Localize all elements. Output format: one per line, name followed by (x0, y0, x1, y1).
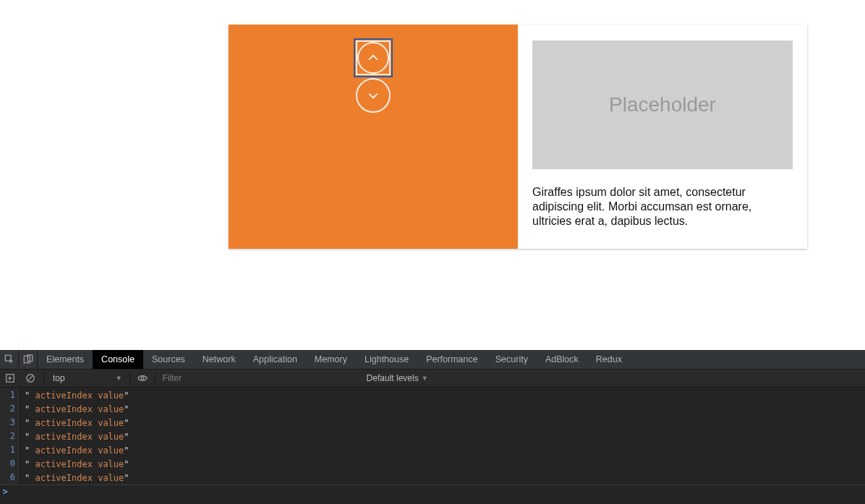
devtools-tab-console[interactable]: Console (93, 350, 143, 369)
log-line-message: " activeIndex value" (20, 445, 129, 456)
devtools-tab-network[interactable]: Network (194, 350, 244, 369)
placeholder-image-label: Placeholder (609, 93, 716, 116)
log-line-number: 1 (0, 388, 20, 402)
console-clear-button[interactable] (20, 369, 41, 388)
toolbar-separator (155, 372, 155, 384)
carousel-prev-button[interactable] (356, 40, 391, 75)
console-log-line: 3" activeIndex value" (0, 416, 865, 430)
play-icon (5, 373, 15, 383)
log-line-message: " activeIndex value" (20, 390, 129, 401)
prompt-caret-icon: > (0, 487, 10, 497)
carousel-card: Placeholder Giraffes ipsum dolor sit ame… (229, 25, 807, 249)
log-line-number: 1 (0, 443, 20, 457)
log-levels-label: Default levels (367, 373, 419, 383)
svg-point-7 (141, 377, 144, 380)
console-log-line: 1" activeIndex value" (0, 388, 865, 402)
carousel-content: Placeholder Giraffes ipsum dolor sit ame… (518, 25, 807, 249)
devtools-tab-adblock[interactable]: AdBlock (537, 350, 587, 369)
devtools-tab-sources[interactable]: Sources (143, 350, 194, 369)
devtools-tab-lighthouse[interactable]: Lighthouse (356, 350, 417, 369)
console-log-area: 1" activeIndex value"2" activeIndex valu… (0, 388, 865, 484)
devtools-tab-security[interactable]: Security (487, 350, 537, 369)
devtools-tab-performance[interactable]: Performance (417, 350, 487, 369)
clear-icon (25, 373, 35, 383)
inspect-element-button[interactable] (0, 350, 19, 369)
eye-icon (137, 373, 148, 383)
toolbar-separator (129, 372, 130, 384)
context-selector-label: top (53, 373, 65, 383)
log-line-number: 3 (0, 416, 20, 430)
carousel-nav-panel (229, 25, 518, 249)
log-line-number: 0 (0, 457, 20, 471)
dropdown-triangle-icon: ▼ (116, 375, 122, 382)
devtools-tabbar: ElementsConsoleSourcesNetworkApplication… (0, 350, 865, 369)
log-levels-selector[interactable]: Default levels ▼ (367, 373, 428, 383)
devtools-tab-elements[interactable]: Elements (38, 350, 93, 369)
svg-rect-1 (24, 356, 30, 363)
placeholder-image: Placeholder (532, 40, 793, 169)
log-line-message: " activeIndex value" (20, 473, 129, 483)
dropdown-triangle-icon: ▼ (422, 375, 428, 382)
console-log-line: 1" activeIndex value" (0, 443, 865, 457)
inspect-icon (4, 354, 14, 364)
console-prompt[interactable]: > (0, 484, 865, 497)
log-line-number: 6 (0, 471, 20, 484)
log-line-message: " activeIndex value" (20, 418, 129, 428)
log-line-message: " activeIndex value" (20, 404, 129, 414)
console-log-line: 2" activeIndex value" (0, 402, 865, 416)
context-selector[interactable]: top ▼ (47, 373, 127, 383)
log-line-message: " activeIndex value" (20, 432, 129, 442)
live-expression-button[interactable] (133, 369, 152, 388)
console-log-line: 0" activeIndex value" (0, 457, 865, 471)
carousel-next-button[interactable] (356, 78, 391, 113)
carousel-body-text: Giraffes ipsum dolor sit amet, consectet… (532, 185, 793, 228)
console-play-button[interactable] (0, 369, 20, 388)
log-line-number: 2 (0, 402, 20, 416)
svg-marker-4 (9, 376, 12, 380)
devtools-tab-redux[interactable]: Redux (587, 350, 631, 369)
chevron-down-icon (366, 88, 380, 103)
console-log-line: 2" activeIndex value" (0, 430, 865, 443)
console-filter-input[interactable] (158, 372, 361, 385)
toolbar-separator (43, 372, 44, 384)
devtools-tab-application[interactable]: Application (244, 350, 306, 369)
devtools-panel: ElementsConsoleSourcesNetworkApplication… (0, 350, 865, 504)
chevron-up-icon (366, 51, 380, 65)
console-toolbar: top ▼ Default levels ▼ (0, 369, 865, 388)
device-toggle-button[interactable] (19, 350, 38, 369)
device-icon (23, 354, 33, 364)
log-line-message: " activeIndex value" (20, 459, 129, 469)
svg-line-6 (28, 376, 33, 381)
devtools-tab-memory[interactable]: Memory (306, 350, 356, 369)
console-log-line: 6" activeIndex value" (0, 471, 865, 484)
log-line-number: 2 (0, 430, 20, 443)
